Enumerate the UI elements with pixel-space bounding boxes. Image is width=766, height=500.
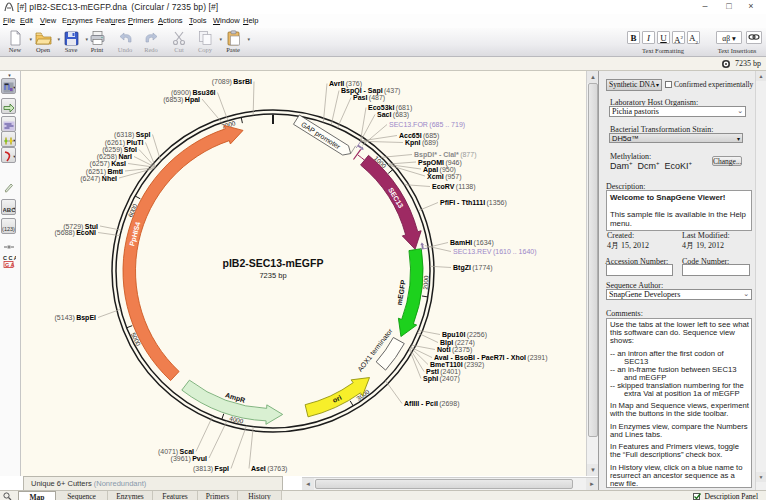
maximize-button[interactable]: □	[718, 0, 740, 13]
search-icon[interactable]	[3, 492, 12, 500]
menu-tools[interactable]: Tools	[189, 16, 207, 25]
primer-label-SEC13REV[interactable]: SEC13.REV (1610 .. 1640)	[453, 248, 537, 256]
feature-block-SEC13-exon1[interactable]	[353, 149, 361, 160]
enzyme-label-BmtI[interactable]: (6251) BmtI	[86, 168, 123, 176]
primer-marker-SEC13.FOR[interactable]	[358, 146, 362, 149]
enzyme-label-SfoI[interactable]: (6259) SfoI	[102, 146, 137, 154]
save-button[interactable]: Save▾	[59, 29, 83, 55]
dna-colors-button[interactable]: ▾	[1, 147, 16, 163]
enzyme-label-AflIIIPciI[interactable]: AflIII - PciI (2698)	[404, 400, 459, 408]
enzyme-label-NheI[interactable]: (6247) NheI	[80, 175, 117, 183]
cut-button[interactable]: Cut	[167, 29, 191, 55]
enzyme-label-StuI[interactable]: (5729) StuI	[63, 223, 98, 231]
dropdown-arrow-icon[interactable]: ▾	[13, 206, 15, 211]
line-style-button[interactable]	[1, 237, 16, 253]
enzyme-label-BsrBI[interactable]: (7089) BsrBI	[212, 78, 252, 86]
open-button[interactable]: Open▾	[31, 29, 55, 55]
copy-button[interactable]: Copy▾	[193, 29, 217, 55]
close-button[interactable]: ×	[740, 0, 762, 13]
enzyme-label-BamHI[interactable]: BamHI (1634)	[450, 239, 494, 247]
menu-window[interactable]: Window	[213, 16, 240, 25]
feature-label-mEGFP[interactable]: mEGFP	[396, 279, 407, 305]
format-i-button[interactable]: I	[642, 31, 655, 44]
panel-scroll-down-icon[interactable]: ▼	[756, 472, 766, 482]
format-u-button[interactable]: U	[657, 31, 670, 44]
abc-labels-button[interactable]: ABC▾	[1, 199, 16, 215]
format-a2sub-button[interactable]: A2	[687, 31, 700, 44]
enzyme-label-ScaI[interactable]: (4071) ScaI	[158, 448, 194, 456]
strain-dropdown[interactable]: DH5α™▾	[609, 133, 743, 143]
enzyme-label-EcoRV[interactable]: EcoRV (1138)	[432, 183, 476, 191]
tab-history[interactable]: History	[238, 491, 282, 500]
format-a2sup-button[interactable]: A2	[672, 31, 685, 44]
horizontal-scroll-thumb[interactable]	[315, 479, 573, 489]
author-combobox[interactable]: SnapGene Developers⌄	[606, 289, 752, 300]
code-input[interactable]	[682, 264, 750, 276]
enzyme-label-FspI[interactable]: (3813) FspI	[193, 465, 229, 473]
primer-label-SEC13FOR[interactable]: SEC13.FOR (685 .. 719)	[389, 121, 465, 129]
insert-link-button[interactable]	[746, 31, 762, 44]
menu-features[interactable]: Features	[96, 16, 126, 25]
show-features-button[interactable]	[1, 98, 16, 114]
change-methylation-button[interactable]: Change...	[712, 156, 742, 166]
scroll-left-icon[interactable]: ◄	[302, 478, 314, 490]
enzyme-label-KpnI[interactable]: KpnI (689)	[405, 139, 438, 147]
tab-map[interactable]: Map	[18, 491, 56, 500]
enzyme-label-PasI[interactable]: PasI (487)	[353, 94, 385, 102]
panel-scroll-up-icon[interactable]: ▲	[756, 71, 766, 81]
insert-symbol-button[interactable]: αβ ▾	[716, 31, 742, 44]
tab-sequence[interactable]: Sequence	[56, 491, 108, 500]
enzyme-label-PvuI[interactable]: (3961) PvuI	[171, 455, 207, 463]
dropdown-arrow-icon[interactable]: ▾	[13, 138, 15, 143]
paste-button[interactable]: Paste▾	[221, 29, 245, 55]
map-vertical-scrollbar[interactable]: ▲ ▼	[586, 71, 598, 476]
enzyme-label-SspI[interactable]: (6318) SspI	[114, 131, 150, 139]
edit-sequence-button[interactable]	[1, 179, 16, 195]
primer-marker-SEC13.REV[interactable]	[422, 245, 423, 249]
panel-scrollbar[interactable]: ▲ ▼	[755, 71, 766, 490]
accession-input[interactable]	[606, 264, 673, 276]
menu-view[interactable]: View	[40, 16, 56, 25]
show-primers-button[interactable]	[1, 116, 16, 132]
dropdown-arrow-icon[interactable]: ▾	[13, 85, 15, 90]
menu-primers[interactable]: Primers	[128, 16, 154, 25]
feature-arc-PpHIS4[interactable]	[123, 125, 243, 380]
redo-button[interactable]: Redo	[139, 29, 163, 55]
comments-textbox[interactable]: Use the tabs at the lower left to see wh…	[606, 318, 752, 488]
show-enzymes-button[interactable]: ▾	[1, 131, 16, 147]
vertical-scroll-thumb[interactable]	[588, 83, 598, 437]
undo-button[interactable]: Undo	[113, 29, 137, 55]
host-organism-combobox[interactable]: Pichia pastoris⌄	[609, 106, 746, 117]
map-mode-button[interactable]: ▾	[1, 78, 16, 94]
enzyme-label-NarI[interactable]: (6258) NarI	[97, 153, 132, 161]
cutters-selector[interactable]: Unique 6+ Cutters (Nonredundant)	[23, 476, 283, 490]
enzyme-label-SacI[interactable]: SacI (683)	[377, 111, 409, 119]
menu-enzymes[interactable]: Enzymes	[62, 16, 93, 25]
map-canvas[interactable]: 1000200030004000500060007000GAP promoter…	[21, 71, 586, 476]
base-colors-button[interactable]: C C AG A	[1, 254, 16, 270]
enzyme-label-Bpu10I[interactable]: Bpu10I (2256)	[442, 331, 487, 339]
scroll-right-icon[interactable]: ►	[586, 478, 598, 490]
enzyme-label-AseI[interactable]: AseI (3763)	[251, 465, 287, 473]
enzyme-label-KasI[interactable]: (6257) KasI	[90, 160, 126, 168]
map-horizontal-scrollbar[interactable]: ◄ ►	[302, 477, 598, 490]
enzyme-label-Bsu36I[interactable]: (6900) Bsu36I	[171, 89, 216, 97]
tab-enzymes[interactable]: Enzymes	[108, 491, 153, 500]
enzyme-label-PflFITth111I[interactable]: PflFI - Tth111I (1356)	[440, 199, 507, 207]
enzyme-label-NotI[interactable]: NotI (2375)	[437, 346, 472, 354]
enzyme-label-XcmI[interactable]: XcmI (957)	[427, 173, 461, 181]
menu-edit[interactable]: Edit	[20, 16, 33, 25]
description-textbox[interactable]: Welcome to SnapGene Viewer! This sample …	[606, 190, 752, 231]
print-button[interactable]: Print	[85, 29, 109, 55]
new-button[interactable]: New▾	[3, 29, 27, 55]
enzyme-label-BtgZI[interactable]: BtgZI (1774)	[453, 264, 493, 272]
minimize-button[interactable]: –	[694, 0, 716, 13]
confirmed-checkbox[interactable]	[665, 81, 672, 88]
enzyme-label-SphI[interactable]: SphI (2407)	[423, 375, 460, 383]
numbering-button[interactable]: (123)	[1, 218, 16, 234]
menu-file[interactable]: File	[3, 16, 15, 25]
dropdown-arrow-icon[interactable]: ▾	[13, 154, 15, 159]
format-b-button[interactable]: B	[627, 31, 640, 44]
enzyme-label-BspEI[interactable]: (5143) BspEI	[55, 314, 97, 322]
description-panel-toggle[interactable]: Description Panel	[693, 492, 758, 500]
